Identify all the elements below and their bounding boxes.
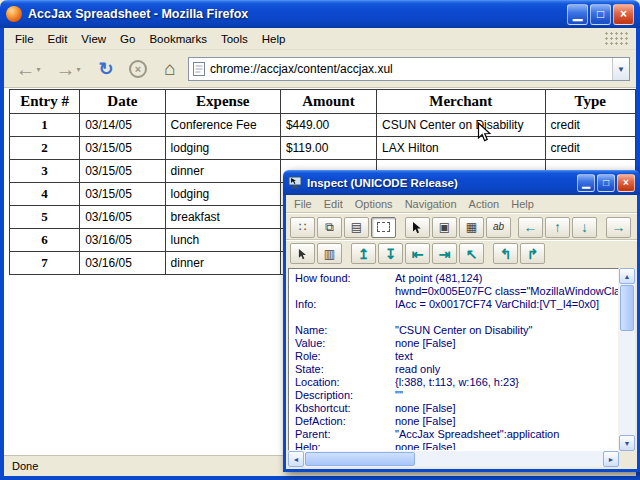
cell-entry[interactable]: 5	[10, 206, 80, 229]
focus-up-icon: ↰	[500, 247, 512, 261]
inspect-menu-edit[interactable]: Edit	[318, 196, 349, 212]
window-tool-button[interactable]: ▣	[432, 217, 457, 238]
cell-entry[interactable]: 3	[10, 160, 80, 183]
cell-entry[interactable]: 6	[10, 229, 80, 252]
horizontal-scroll-thumb[interactable]	[305, 452, 415, 466]
scroll-up-button[interactable]: ▲	[619, 268, 635, 284]
pointer-context-button[interactable]	[290, 243, 315, 264]
cell-date[interactable]: 03/16/05	[80, 206, 165, 229]
cell-date[interactable]: 03/15/05	[80, 137, 165, 160]
window-controls: ▁ □ ×	[567, 4, 634, 25]
grip-dots-button[interactable]: ∷	[290, 217, 315, 238]
inspect-menu-action[interactable]: Action	[463, 196, 506, 212]
parent-button[interactable]: ↖	[459, 243, 484, 264]
first-child-button[interactable]: ↥	[351, 243, 376, 264]
cell-entry[interactable]: 2	[10, 137, 80, 160]
inspect-menu-navigation[interactable]: Navigation	[399, 196, 463, 212]
inspect-minimize-button[interactable]: ▁	[577, 174, 595, 192]
cell-expense[interactable]: Conference Fee	[165, 114, 280, 137]
menu-view[interactable]: View	[74, 30, 113, 48]
cell-expense[interactable]: breakfast	[165, 206, 280, 229]
field-label	[295, 311, 395, 324]
cell-date[interactable]: 03/15/05	[80, 160, 165, 183]
cell-date[interactable]: 03/15/05	[80, 183, 165, 206]
cell-expense[interactable]: lodging	[165, 137, 280, 160]
text-tool-button[interactable]: ab	[486, 217, 511, 238]
nav-right-button[interactable]: →	[606, 217, 631, 238]
forward-button[interactable]: → ▾	[50, 54, 86, 84]
cell-expense[interactable]: dinner	[165, 252, 280, 275]
focus-down-icon: ↱	[527, 247, 539, 261]
next-sibling-button[interactable]: ⇥	[432, 243, 457, 264]
home-button[interactable]: ⌂	[156, 54, 184, 84]
cell-date[interactable]: 03/14/05	[80, 114, 165, 137]
menu-help[interactable]: Help	[255, 30, 293, 48]
cell-expense[interactable]: lunch	[165, 229, 280, 252]
cell-amount[interactable]: $449.00	[280, 114, 376, 137]
field-value: read only	[395, 363, 618, 376]
cell-type[interactable]: credit	[545, 114, 635, 137]
url-dropdown-button[interactable]: ▼	[612, 58, 629, 80]
menu-tools[interactable]: Tools	[214, 30, 255, 48]
field-label: Parent:	[295, 428, 395, 441]
prev-sibling-button[interactable]: ⇤	[405, 243, 430, 264]
inspect-menu-help[interactable]: Help	[505, 196, 540, 212]
close-button[interactable]: ×	[613, 4, 634, 25]
inspect-close-button[interactable]: ×	[617, 174, 635, 192]
accessibility-info-panel[interactable]: How found:At point (481,124) hwnd=0x005E…	[288, 268, 619, 451]
marquee-button[interactable]	[371, 217, 396, 238]
table-row: 2 03/15/05 lodging $119.00 LAX Hilton cr…	[10, 137, 636, 160]
focus-down-button[interactable]: ↱	[520, 243, 545, 264]
url-input[interactable]	[210, 62, 612, 76]
text-tool-icon: ab	[493, 222, 504, 232]
last-child-button[interactable]: ↧	[378, 243, 403, 264]
scroll-down-button[interactable]: ▼	[619, 435, 635, 451]
cell-expense[interactable]: lodging	[165, 183, 280, 206]
cell-entry[interactable]: 1	[10, 114, 80, 137]
field-value: none [False]	[395, 337, 618, 350]
minimize-button[interactable]: ▁	[567, 4, 588, 25]
nav-down-button[interactable]: ↓	[572, 217, 597, 238]
paste-button[interactable]: ▤	[344, 217, 369, 238]
reload-button[interactable]: ↻	[92, 54, 120, 84]
cell-date[interactable]: 03/16/05	[80, 252, 165, 275]
cell-entry[interactable]: 7	[10, 252, 80, 275]
frame-tool-button[interactable]: ▦	[459, 217, 484, 238]
copy-button[interactable]: ⧉	[317, 217, 342, 238]
menu-file[interactable]: File	[8, 30, 41, 48]
menu-go[interactable]: Go	[113, 30, 142, 48]
firefox-titlebar[interactable]: AccJax Spreadsheet - Mozilla Firefox ▁ □…	[0, 0, 640, 28]
back-button[interactable]: ← ▾	[10, 54, 46, 84]
menu-edit[interactable]: Edit	[41, 30, 75, 48]
home-icon: ⌂	[164, 58, 175, 80]
inspect-menu-file[interactable]: File	[288, 196, 318, 212]
vertical-scroll-thumb[interactable]	[620, 285, 634, 331]
pointer-tool-button[interactable]	[405, 217, 430, 238]
inspect-maximize-button[interactable]: □	[597, 174, 615, 192]
inspect-field-row: Name:"CSUN Center on Disability"	[295, 324, 618, 337]
forward-icon: →	[55, 59, 75, 79]
inspect-menu-options[interactable]: Options	[349, 196, 399, 212]
scroll-left-button[interactable]: ◄	[288, 451, 304, 467]
inspect-titlebar[interactable]: Inspect (UNICODE Release) ▁ □ ×	[283, 170, 640, 195]
stop-button[interactable]: ×	[124, 54, 152, 84]
nav-up-button[interactable]: ↑	[545, 217, 570, 238]
scroll-right-button[interactable]: ►	[603, 451, 619, 467]
cell-amount[interactable]: $119.00	[280, 137, 376, 160]
cell-type[interactable]: credit	[545, 137, 635, 160]
cell-entry[interactable]: 4	[10, 183, 80, 206]
focus-up-button[interactable]: ↰	[493, 243, 518, 264]
cell-expense[interactable]: dinner	[165, 160, 280, 183]
grid-button[interactable]: ▥	[317, 243, 342, 264]
cell-merchant[interactable]: LAX Hilton	[377, 137, 546, 160]
inspect-field-row: Info:IAcc = 0x0017CF74 VarChild:[VT_I4=0…	[295, 298, 618, 311]
cell-merchant[interactable]: CSUN Center on Disability	[377, 114, 546, 137]
nav-up-icon: ↑	[554, 220, 561, 234]
horizontal-scrollbar[interactable]: ◄ ►	[288, 451, 619, 467]
nav-left-button[interactable]: ←	[518, 217, 543, 238]
vertical-scrollbar[interactable]: ▲ ▼	[619, 268, 635, 451]
maximize-button[interactable]: □	[590, 4, 611, 25]
cell-date[interactable]: 03/16/05	[80, 229, 165, 252]
menu-bookmarks[interactable]: Bookmarks	[142, 30, 214, 48]
first-child-icon: ↥	[358, 247, 370, 261]
